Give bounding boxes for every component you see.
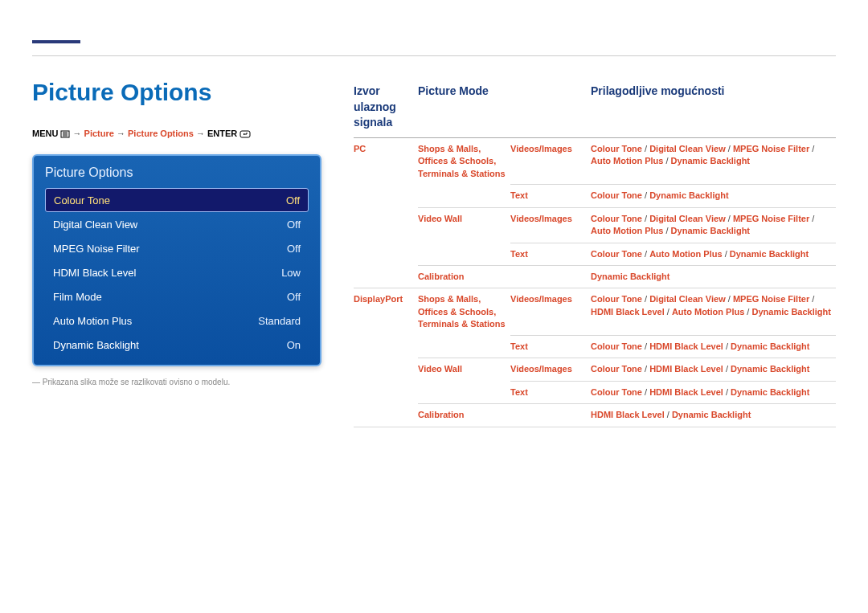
content: Picture Options MENU → Picture → Picture…: [32, 79, 836, 427]
footnote: ― Prikazana slika može se razlikovati ov…: [32, 378, 321, 386]
osd-label: Film Mode: [53, 291, 102, 303]
osd-value: Low: [281, 267, 301, 279]
cell-mode: Video Wall: [418, 364, 462, 374]
arrow-icon: →: [196, 129, 205, 138]
cell-mode: Terminals & Stations: [418, 319, 506, 329]
osd-row[interactable]: MPEG Noise FilterOff: [45, 236, 309, 260]
cell-sub: Text: [510, 249, 528, 259]
osd-label: MPEG Noise Filter: [53, 243, 140, 255]
osd-title: Picture Options: [45, 166, 309, 180]
cell-sub: Videos/Images: [510, 364, 572, 374]
breadcrumb-enter: ENTER: [207, 129, 237, 138]
cell-mode: Offices & Schools: [418, 156, 493, 166]
cell-source: PC: [354, 144, 366, 153]
breadcrumb-menu: MENU: [32, 129, 58, 138]
osd-label: Digital Clean View: [53, 219, 137, 231]
osd-value: Off: [286, 194, 300, 206]
cell-mode: Shops & Malls: [418, 294, 478, 304]
cell-mode: Terminals & Stations: [418, 169, 506, 178]
cell-sub: Videos/Images: [510, 214, 572, 223]
th-mode: Picture Mode: [418, 79, 510, 137]
cell-source: DisplayPort: [354, 294, 403, 304]
breadcrumb-picture: Picture: [84, 129, 114, 138]
options-table: Izvor ulaznog signala Picture Mode Prila…: [354, 79, 836, 427]
right-column: Izvor ulaznog signala Picture Mode Prila…: [354, 79, 836, 427]
osd-label: Colour Tone: [54, 194, 110, 206]
osd-value: Off: [287, 243, 301, 255]
osd-rows: Colour ToneOffDigital Clean ViewOffMPEG …: [45, 188, 309, 357]
th-source: Izvor ulaznog signala: [354, 79, 418, 137]
cell-sub: Videos/Images: [510, 144, 572, 153]
cell-sub: Videos/Images: [510, 294, 572, 304]
menu-icon: [60, 130, 70, 140]
osd-label: Auto Motion Plus: [53, 315, 132, 327]
osd-value: Off: [287, 291, 301, 303]
osd-row[interactable]: HDMI Black LevelLow: [45, 260, 309, 284]
breadcrumb-picture-options: Picture Options: [128, 129, 194, 138]
header-rule: [32, 40, 836, 56]
breadcrumb: MENU → Picture → Picture Options → ENTER: [32, 129, 321, 140]
osd-row[interactable]: Dynamic BacklightOn: [45, 333, 309, 357]
osd-value: Standard: [258, 315, 301, 327]
left-column: Picture Options MENU → Picture → Picture…: [32, 79, 321, 427]
cell-sub: Text: [510, 190, 528, 200]
osd-value: On: [287, 339, 301, 351]
cell-mode: Video Wall: [418, 214, 462, 223]
osd-value: Off: [287, 219, 301, 231]
page-title: Picture Options: [32, 79, 321, 106]
osd-label: Dynamic Backlight: [53, 339, 139, 351]
arrow-icon: →: [73, 129, 82, 138]
osd-label: HDMI Black Level: [53, 267, 136, 279]
cell-mode: Shops & Malls: [418, 144, 478, 153]
arrow-icon: →: [117, 129, 125, 138]
osd-row[interactable]: Colour ToneOff: [45, 188, 309, 212]
th-sub: [510, 79, 591, 137]
cell-mode: Calibration: [418, 272, 464, 281]
th-adj: Prilagodljive mogućnosti: [591, 79, 836, 137]
cell-sub: Text: [510, 387, 528, 397]
cell-mode: Calibration: [418, 410, 464, 419]
osd-row[interactable]: Digital Clean ViewOff: [45, 212, 309, 236]
cell-mode: Offices & Schools: [418, 307, 493, 317]
osd-panel: Picture Options Colour ToneOffDigital Cl…: [32, 154, 321, 366]
osd-row[interactable]: Film ModeOff: [45, 284, 309, 309]
osd-row[interactable]: Auto Motion PlusStandard: [45, 309, 309, 333]
cell-sub: Text: [510, 341, 528, 351]
enter-icon: [240, 130, 251, 140]
